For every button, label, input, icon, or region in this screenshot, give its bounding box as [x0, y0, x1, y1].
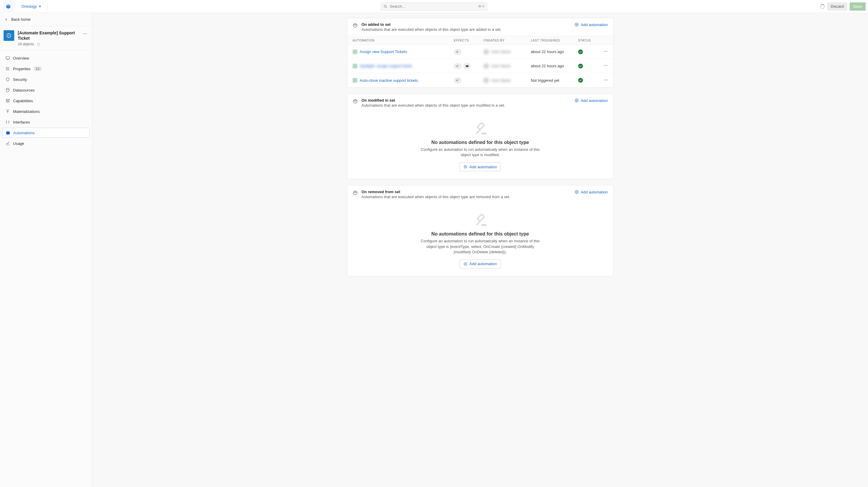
plus-circle-icon — [463, 165, 467, 169]
section-header: On modified in set Automations that are … — [347, 94, 613, 112]
nav-badge: 11 — [34, 67, 41, 71]
svg-point-37 — [606, 79, 606, 80]
materializations-icon — [5, 109, 10, 114]
svg-point-6 — [85, 33, 85, 34]
svg-rect-8 — [6, 57, 9, 59]
svg-point-27 — [607, 51, 607, 52]
add-automation-button[interactable]: Add automation — [460, 259, 501, 268]
svg-point-25 — [604, 51, 604, 52]
nav-item-security[interactable]: Security — [2, 74, 90, 84]
header-automation: Automation — [347, 36, 450, 45]
avatar-icon — [484, 49, 489, 55]
row-more-button[interactable] — [598, 75, 613, 86]
action-effect-icon — [454, 63, 462, 69]
search-placeholder: Search… — [390, 4, 406, 8]
alert-circle-icon — [6, 33, 11, 38]
add-automation-link[interactable]: Add automation — [574, 190, 608, 194]
plus-circle-icon — [574, 98, 579, 103]
status-cell — [575, 61, 598, 71]
nav-item-automations[interactable]: Automations — [2, 128, 90, 138]
nav-item-overview[interactable]: Overview — [2, 53, 90, 63]
automation-link[interactable]: Auto-close inactive support tickets — [360, 78, 418, 83]
section-header: On removed from set Automations that are… — [347, 185, 613, 203]
status-ok-icon — [578, 78, 583, 83]
svg-point-33 — [607, 65, 607, 66]
avatar-icon — [484, 63, 489, 69]
nav-item-interfaces[interactable]: Interfaces — [2, 117, 90, 127]
row-more-button[interactable] — [598, 47, 613, 57]
search-input[interactable]: Search… ⌘ K — [381, 2, 487, 11]
nav-label: Properties — [13, 67, 30, 71]
nav-label: Automations — [13, 131, 35, 135]
back-home-button[interactable]: Back home — [0, 13, 92, 26]
row-more-button[interactable] — [598, 61, 613, 71]
sidebar-nav: OverviewProperties11SecurityDatasourcesC… — [0, 51, 92, 151]
automation-link[interactable]: Assign new Support Tickets — [360, 50, 407, 54]
svg-line-52 — [477, 221, 481, 225]
search-shortcut: ⌘ K — [478, 4, 484, 8]
automation-link[interactable]: Spotlight: assign support ticket — [360, 64, 412, 68]
effects-cell — [450, 61, 480, 71]
cube-edit-icon — [352, 98, 358, 105]
entity-header: [Automate Example] Support Ticket 24 obj… — [0, 26, 92, 51]
section-title: On removed from set — [362, 190, 571, 194]
table-row: Auto-close inactive support tickets User… — [347, 73, 613, 87]
more-horizontal-icon — [603, 63, 608, 68]
svg-rect-42 — [477, 123, 484, 130]
svg-rect-30 — [466, 65, 469, 67]
nav-item-materializations[interactable]: Materializations — [2, 106, 90, 116]
empty-title: No automations defined for this object t… — [353, 140, 607, 145]
nav-item-datasources[interactable]: Datasources — [2, 85, 90, 95]
app-selector[interactable]: Ontology ▼ — [18, 4, 44, 8]
mail-effect-icon — [463, 63, 471, 69]
plus-circle-icon — [463, 262, 467, 266]
svg-point-7 — [86, 33, 87, 34]
last-triggered-cell: about 22 hours ago — [527, 47, 575, 56]
nav-label: Datasources — [13, 88, 35, 92]
section-title: On modified in set — [362, 98, 571, 103]
effects-cell — [450, 47, 480, 57]
section-on_removed: On removed from set Automations that are… — [347, 185, 613, 276]
nav-item-capabilities[interactable]: Capabilities — [2, 96, 90, 106]
section-header: On added to set Automations that are exe… — [347, 18, 613, 36]
automation-table: Automation Effects Created by Last trigg… — [347, 36, 613, 87]
interfaces-icon — [5, 120, 10, 124]
nav-label: Security — [13, 77, 27, 82]
nav-label: Overview — [13, 56, 29, 60]
entity-count: 24 objects — [18, 42, 34, 46]
nav-label: Interfaces — [13, 120, 30, 124]
created-by-cell: User Name — [480, 47, 527, 57]
more-horizontal-icon — [603, 49, 608, 54]
app-name: Ontology — [21, 4, 37, 8]
nav-item-usage[interactable]: Usage — [2, 138, 90, 148]
save-button[interactable]: Save — [850, 2, 866, 11]
add-automation-link[interactable]: Add automation — [574, 22, 608, 27]
loading-spinner-icon — [820, 4, 825, 9]
entity-more-button[interactable] — [82, 30, 89, 38]
svg-point-14 — [6, 69, 6, 69]
nav-item-properties[interactable]: Properties11 — [2, 64, 90, 74]
properties-icon — [5, 66, 10, 71]
app-logo[interactable] — [2, 0, 14, 13]
section-title: On added to set — [362, 22, 571, 27]
usage-icon — [5, 141, 10, 146]
datasources-icon — [5, 88, 10, 92]
automation-icon — [352, 50, 357, 54]
gavel-icon — [353, 212, 607, 228]
svg-line-43 — [477, 129, 481, 134]
add-automation-link[interactable]: Add automation — [574, 98, 608, 103]
plus-circle-icon — [574, 22, 579, 27]
nav-label: Materializations — [13, 109, 40, 114]
avatar-icon — [484, 78, 489, 83]
cube-plus-icon — [352, 23, 358, 29]
svg-point-13 — [6, 67, 6, 68]
status-ok-icon — [578, 64, 583, 68]
table-row: Spotlight: assign support ticket User Na… — [347, 59, 613, 73]
status-cell — [575, 47, 598, 57]
table-header: Automation Effects Created by Last trigg… — [347, 36, 613, 45]
add-automation-button[interactable]: Add automation — [460, 162, 501, 171]
svg-point-38 — [607, 79, 607, 80]
svg-point-31 — [604, 65, 604, 66]
star-icon[interactable] — [36, 42, 40, 46]
discard-button[interactable]: Discard — [827, 2, 847, 11]
